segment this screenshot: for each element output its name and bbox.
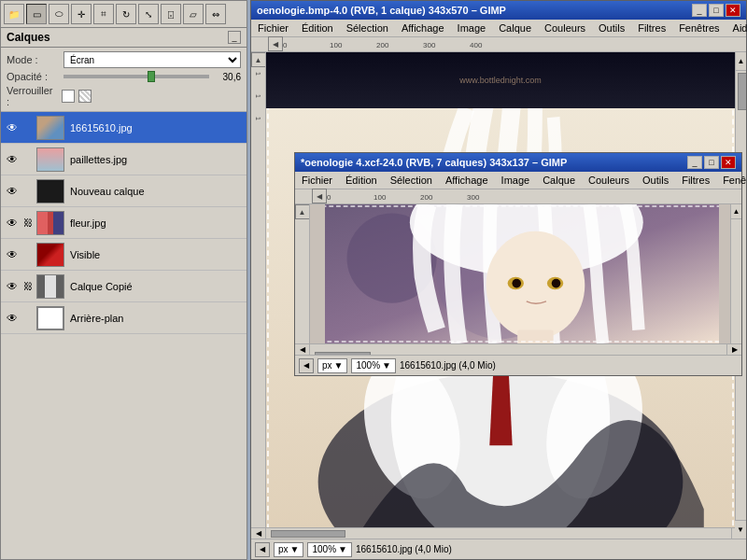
layer-visibility-icon[interactable]: 👁 <box>5 120 20 135</box>
scrollbar-left-button[interactable]: ◀ <box>251 528 266 539</box>
second-vertical-scrollbar[interactable]: ▲ <box>730 204 741 343</box>
layer-visibility-icon[interactable]: 👁 <box>5 184 20 199</box>
second-menu-image[interactable]: Image <box>499 174 533 187</box>
second-ruler-left-arrow[interactable]: ◀ <box>312 189 327 203</box>
ruler-mark: 100 <box>374 193 420 202</box>
scrollbar-down-button[interactable]: ▼ <box>735 520 746 527</box>
tool-move[interactable]: ✛ <box>71 4 92 24</box>
layer-visibility-icon[interactable]: 👁 <box>5 311 20 326</box>
menu-selection[interactable]: Sélection <box>344 21 391 35</box>
layer-visibility-icon[interactable]: 👁 <box>5 216 20 231</box>
menu-filtres[interactable]: Filtres <box>635 21 669 35</box>
layer-chain-icon[interactable]: ⛓ <box>22 216 34 231</box>
layer-item[interactable]: 👁 Arrière-plan <box>1 302 247 334</box>
menu-edition[interactable]: Édition <box>299 21 336 35</box>
layer-chain-icon[interactable] <box>22 120 34 135</box>
minimize-button[interactable]: _ <box>692 4 707 17</box>
unit-dropdown-icon: ▼ <box>290 544 300 554</box>
second-canvas-content[interactable] <box>310 204 730 343</box>
status-unit-selector[interactable]: px ▼ <box>274 542 303 557</box>
opacity-slider[interactable] <box>63 75 209 78</box>
layer-item[interactable]: 👁 16615610.jpg <box>1 112 247 144</box>
second-ruler-up-arrow[interactable]: ▲ <box>295 204 310 219</box>
layer-item[interactable]: 👁 paillettes.jpg <box>1 144 247 175</box>
desktop: 📁 ▭ ⬭ ✛ ⌗ ↻ ⤡ ⌺ ▱ ⇔ Calques _ Mode : <box>0 0 747 560</box>
layer-item[interactable]: 👁 Visible <box>1 239 247 271</box>
tool-ellipse-select[interactable]: ⬭ <box>49 4 69 24</box>
scrollbar-thumb-v[interactable] <box>738 73 746 110</box>
second-minimize-button[interactable]: _ <box>687 156 702 169</box>
main-window-controls: _ □ ✕ <box>692 4 740 17</box>
maximize-button[interactable]: □ <box>709 4 724 17</box>
status-nav-left[interactable]: ◀ <box>255 542 270 557</box>
layer-chain-icon[interactable] <box>22 184 34 199</box>
second-maximize-button[interactable]: □ <box>704 156 719 169</box>
tool-perspective[interactable]: ▱ <box>183 4 204 24</box>
second-menu-filtres[interactable]: Filtres <box>679 174 712 187</box>
layer-chain-icon[interactable] <box>22 311 34 326</box>
mode-select[interactable]: Écran <box>63 51 241 68</box>
tool-rect-select[interactable]: ▭ <box>26 4 47 24</box>
opacity-thumb[interactable] <box>148 71 155 82</box>
second-unit-dropdown: ▼ <box>334 360 344 371</box>
layer-item[interactable]: 👁 ⛓ fleur.jpg <box>1 207 247 239</box>
tool-rotate[interactable]: ↻ <box>116 4 136 24</box>
ruler-mark: 200 <box>376 41 423 49</box>
second-menu-fichier[interactable]: Fichier <box>299 174 335 187</box>
second-menu-affichage[interactable]: Affichage <box>443 174 491 187</box>
second-canvas-container: ▲ <box>295 204 741 355</box>
second-scrollbar-left[interactable]: ◀ <box>295 344 310 355</box>
second-zoom-text: 100% <box>356 360 380 371</box>
lock-pixels-checkbox[interactable] <box>62 90 75 103</box>
layer-chain-icon[interactable] <box>22 247 34 262</box>
ruler-left-arrow[interactable]: ◀ <box>268 36 283 51</box>
tool-flip[interactable]: ⇔ <box>205 4 226 24</box>
second-unit-text: px <box>322 360 332 371</box>
layer-thumbnail <box>36 306 64 330</box>
second-scrollbar-up[interactable]: ▲ <box>731 204 741 219</box>
layer-visibility-icon[interactable]: 👁 <box>5 247 20 262</box>
layer-thumbnail <box>36 179 64 203</box>
horizontal-scrollbar[interactable]: ◀ ▶ <box>251 527 746 539</box>
ruler-mark: 200 <box>420 193 467 202</box>
second-horizontal-ruler: ◀ 0 100 200 300 <box>295 189 741 204</box>
second-scrollbar-thumb[interactable] <box>315 352 371 356</box>
second-menu-fenetres[interactable]: Fenê... <box>720 174 747 187</box>
status-zoom-selector[interactable]: 100% ▼ <box>307 542 351 557</box>
second-menu-edition[interactable]: Édition <box>343 174 380 187</box>
menu-couleurs[interactable]: Couleurs <box>542 21 588 35</box>
scrollbar-thumb-h[interactable] <box>271 530 345 538</box>
menu-affichage[interactable]: Affichage <box>399 21 447 35</box>
tool-shear[interactable]: ⌺ <box>161 4 181 24</box>
tool-scale[interactable]: ⤡ <box>138 4 159 24</box>
menu-aide[interactable]: Aide <box>730 21 747 35</box>
lock-pattern-checkbox[interactable] <box>78 90 92 103</box>
second-status-unit[interactable]: px ▼ <box>317 358 347 373</box>
tool-file[interactable]: 📁 <box>4 4 24 24</box>
layers-minimize-button[interactable]: _ <box>228 31 241 44</box>
second-menu-couleurs[interactable]: Couleurs <box>585 174 632 187</box>
layer-visibility-icon[interactable]: 👁 <box>5 152 20 167</box>
second-horizontal-scrollbar[interactable]: ◀ ▶ <box>295 343 741 355</box>
menu-outils[interactable]: Outils <box>596 21 627 35</box>
scrollbar-up-button[interactable]: ▲ <box>736 52 746 71</box>
tool-crop[interactable]: ⌗ <box>93 4 114 24</box>
second-status-nav[interactable]: ◀ <box>299 358 314 373</box>
second-scrollbar-right[interactable]: ▶ <box>726 344 741 355</box>
menu-image[interactable]: Image <box>455 21 489 35</box>
second-menu-outils[interactable]: Outils <box>640 174 671 187</box>
layer-visibility-icon[interactable]: 👁 <box>5 279 20 294</box>
ruler-up-arrow[interactable]: ▲ <box>251 52 266 67</box>
layer-item[interactable]: 👁 ⛓ Calque Copié <box>1 271 247 302</box>
second-close-button[interactable]: ✕ <box>721 156 736 169</box>
menu-calque[interactable]: Calque <box>496 21 534 35</box>
second-status-zoom[interactable]: 100% ▼ <box>351 358 395 373</box>
layer-item[interactable]: 👁 Nouveau calque <box>1 175 247 207</box>
menu-fenetres[interactable]: Fenêtres <box>676 21 722 35</box>
layer-chain-icon[interactable]: ⛓ <box>22 279 34 294</box>
layer-chain-icon[interactable] <box>22 152 34 167</box>
second-menu-calque[interactable]: Calque <box>540 174 578 187</box>
second-menu-selection[interactable]: Sélection <box>388 174 435 187</box>
menu-fichier[interactable]: Fichier <box>255 21 291 35</box>
close-button[interactable]: ✕ <box>726 4 740 17</box>
